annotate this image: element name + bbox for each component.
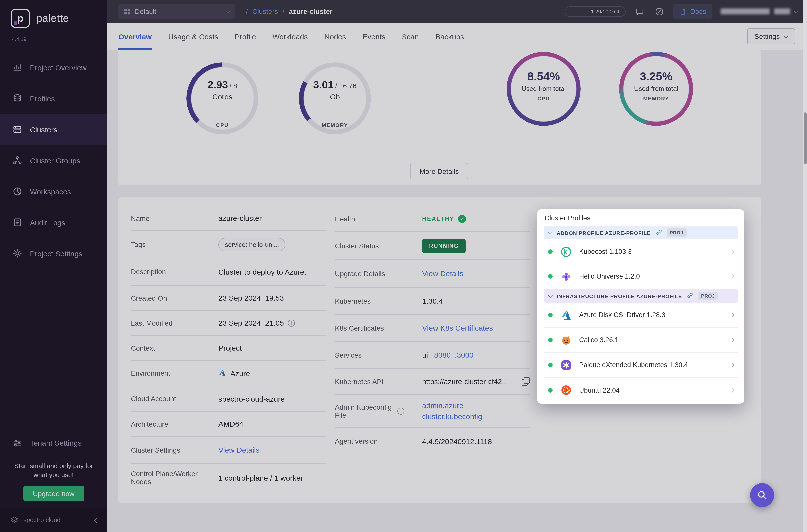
copy-icon[interactable] bbox=[522, 377, 530, 386]
service-port-link[interactable]: :3000 bbox=[455, 351, 473, 359]
detail-value: 1 control-plane / 1 worker bbox=[218, 473, 326, 482]
service-port-link[interactable]: :8080 bbox=[432, 351, 451, 359]
user-name-redacted bbox=[720, 8, 770, 15]
upgrade-now-button[interactable]: Upgrade now bbox=[23, 486, 84, 501]
upgrade-details-link[interactable]: View Details bbox=[422, 269, 464, 278]
profile-layer-kubecost[interactable]: Kubecost 1.103.3 bbox=[544, 239, 737, 264]
page-scrollbar[interactable] bbox=[803, 0, 807, 532]
sidebar-item-label: Project Settings bbox=[30, 249, 82, 258]
detail-label: Environment bbox=[131, 369, 218, 377]
clusters-icon bbox=[13, 125, 22, 134]
workspaces-icon bbox=[13, 186, 22, 196]
detail-label: Cluster Status bbox=[335, 242, 422, 249]
detail-label: Agent version bbox=[335, 437, 422, 445]
sidebar-item-label: Workspaces bbox=[30, 187, 71, 195]
app: p palette 4.4.19 Project Overview Profil… bbox=[0, 0, 807, 532]
cpu-gauge-text: 2.93/ 8 Cores bbox=[186, 79, 258, 101]
usage-meter-value: 1.29/100kCh bbox=[591, 8, 621, 15]
project-selector-value: Default bbox=[135, 8, 156, 15]
profile-layer-hello-universe[interactable]: Hello Universe 1.2.0 bbox=[544, 264, 737, 289]
sidebar-item-profiles[interactable]: Profiles bbox=[0, 83, 108, 114]
memory-gauge-label: MEMORY bbox=[299, 122, 371, 128]
detail-label: Admin Kubeconfig File bbox=[335, 403, 394, 419]
sidebar: p palette 4.4.19 Project Overview Profil… bbox=[0, 0, 108, 532]
sidebar-item-clusters[interactable]: Clusters bbox=[0, 114, 108, 145]
detail-label: Description bbox=[131, 268, 218, 276]
sidebar-item-cluster-groups[interactable]: Cluster Groups bbox=[0, 145, 108, 176]
sidebar-nav: Project Overview Profiles Clusters Clust… bbox=[0, 52, 108, 269]
user-org-redacted bbox=[774, 8, 790, 15]
sidebar-item-label: Cluster Groups bbox=[30, 156, 80, 165]
section-header-label: ADDON PROFILE AZURE-PROFILE bbox=[557, 230, 651, 235]
infrastructure-profile-section-header[interactable]: INFRASTRUCTURE PROFILE AZURE-PROFILE PRO… bbox=[544, 289, 737, 303]
audit-logs-icon bbox=[13, 217, 22, 227]
detail-row-context: Context Project bbox=[131, 336, 326, 361]
health-status: HEALTHY bbox=[422, 215, 454, 222]
view-details-link[interactable]: View Details bbox=[218, 445, 260, 454]
status-dot-green bbox=[548, 313, 553, 317]
cpu-usage-ring-text: 8.54% Used from total CPU bbox=[507, 70, 581, 101]
tab-workloads[interactable]: Workloads bbox=[273, 23, 308, 50]
detail-row-health: Health HEALTHY✓ bbox=[335, 206, 530, 232]
tab-profile[interactable]: Profile bbox=[235, 23, 256, 50]
chat-icon[interactable] bbox=[634, 6, 645, 17]
detail-label: Control Plane/Worker Nodes bbox=[131, 470, 218, 486]
detail-label: Health bbox=[335, 214, 422, 223]
collapse-sidebar-icon[interactable] bbox=[94, 517, 99, 522]
status-dot-green bbox=[548, 249, 553, 254]
tag-pill: service: hello-uni... bbox=[218, 238, 286, 251]
info-icon[interactable]: i bbox=[288, 320, 295, 326]
tab-scan[interactable]: Scan bbox=[402, 23, 419, 50]
detail-row-k8s-certificates: K8s Certificates View K8s Certificates bbox=[335, 315, 530, 342]
breadcrumb-clusters-link[interactable]: Clusters bbox=[252, 7, 278, 16]
service-name: ui bbox=[422, 351, 428, 359]
ubuntu-icon bbox=[560, 384, 572, 396]
cpu-ring-label: CPU bbox=[507, 95, 581, 101]
project-selector[interactable]: Default bbox=[118, 4, 235, 19]
profile-layer-ubuntu[interactable]: Ubuntu 22.04 bbox=[544, 378, 737, 403]
docs-label: Docs bbox=[690, 7, 706, 16]
docs-button[interactable]: Docs bbox=[673, 4, 712, 19]
profile-layer-palette-extended-k8s[interactable]: Palette eXtended Kubernetes 1.30.4 bbox=[544, 353, 737, 378]
detail-row-cluster-status: Cluster Status RUNNING bbox=[335, 232, 530, 260]
sidebar-item-project-settings[interactable]: Project Settings bbox=[0, 238, 108, 269]
detail-label: Name bbox=[131, 214, 218, 222]
tab-usage-costs[interactable]: Usage & Costs bbox=[168, 23, 218, 50]
metrics-divider bbox=[440, 60, 440, 150]
detail-value: Azure bbox=[230, 369, 250, 377]
detail-row-cloud-account: Cloud Account spectro-cloud-azure bbox=[131, 386, 326, 412]
link-icon[interactable] bbox=[687, 292, 694, 300]
compass-icon[interactable] bbox=[654, 6, 664, 17]
profile-layer-calico[interactable]: Calico 3.26.1 bbox=[544, 328, 737, 353]
help-search-fab[interactable] bbox=[750, 483, 774, 507]
addon-profile-section-header[interactable]: ADDON PROFILE AZURE-PROFILE PROJ bbox=[544, 226, 737, 239]
memory-usage-ring-text: 3.25% Used from total MEMORY bbox=[619, 70, 693, 101]
user-menu[interactable] bbox=[720, 8, 798, 15]
sidebar-item-tenant-settings[interactable]: Tenant Settings bbox=[0, 430, 108, 455]
profile-layer-name: Calico 3.26.1 bbox=[579, 336, 619, 344]
detail-label: Tags bbox=[131, 240, 218, 248]
detail-label: Kubernetes bbox=[335, 297, 422, 305]
scrollbar-thumb[interactable] bbox=[803, 112, 806, 164]
sidebar-item-workspaces[interactable]: Workspaces bbox=[0, 176, 108, 207]
detail-value: Project bbox=[218, 344, 326, 352]
tab-overview[interactable]: Overview bbox=[118, 23, 152, 50]
sidebar-item-label: Clusters bbox=[30, 125, 57, 134]
top-bar-actions: 1.29/100kCh Docs bbox=[565, 4, 807, 19]
sidebar-item-project-overview[interactable]: Project Overview bbox=[0, 52, 108, 83]
detail-label: Upgrade Details bbox=[335, 269, 422, 278]
status-dot-green bbox=[548, 388, 553, 392]
info-icon[interactable]: i bbox=[397, 407, 404, 414]
detail-row-agent-version: Agent version 4.4.9/20240912.1118 bbox=[335, 428, 530, 455]
chart-icon bbox=[13, 62, 22, 72]
sidebar-item-audit-logs[interactable]: Audit Logs bbox=[0, 207, 108, 238]
link-icon[interactable] bbox=[655, 229, 662, 236]
tab-backups[interactable]: Backups bbox=[435, 23, 464, 50]
tab-nodes[interactable]: Nodes bbox=[324, 23, 346, 50]
profile-layer-azure-disk-csi[interactable]: Azure Disk CSI Driver 1.28.3 bbox=[544, 303, 737, 328]
more-details-button[interactable]: More Details bbox=[410, 163, 468, 179]
kubeconfig-download-link[interactable]: admin.azure-cluster.kubeconfig bbox=[422, 400, 483, 422]
view-k8s-certificates-link[interactable]: View K8s Certificates bbox=[422, 324, 493, 332]
tab-events[interactable]: Events bbox=[362, 23, 386, 50]
settings-button[interactable]: Settings bbox=[747, 28, 795, 44]
